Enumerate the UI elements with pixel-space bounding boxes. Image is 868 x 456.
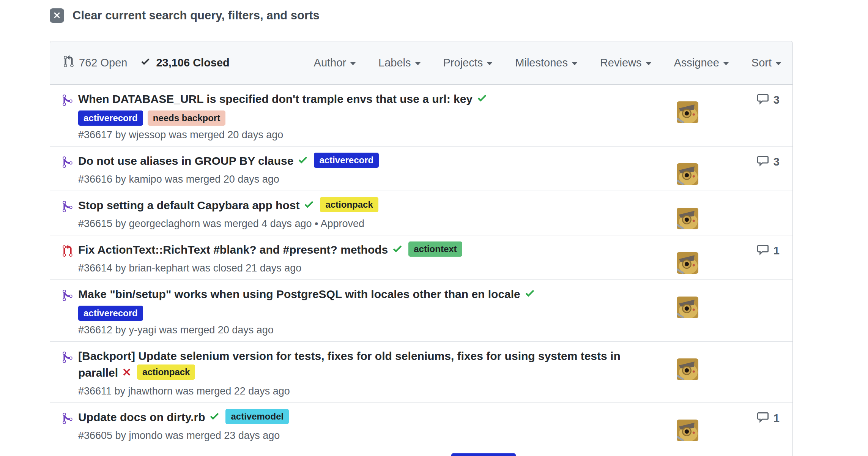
- pull-request-row: Make "bin/setup" works when using Postgr…: [50, 280, 792, 342]
- git-merge-icon: [63, 94, 72, 108]
- filter-author[interactable]: Author: [314, 57, 356, 69]
- closed-count-label: 23,106 Closed: [156, 57, 229, 69]
- check-status-icon: [392, 242, 403, 259]
- assignee-avatar[interactable]: [677, 297, 698, 318]
- inline-labels: actionpack: [132, 366, 195, 379]
- assignee-avatar[interactable]: [677, 101, 698, 123]
- pull-request-list: 762 Open 23,106 Closed AuthorLabelsProje…: [50, 41, 793, 456]
- git-merge-icon: [63, 351, 72, 365]
- label-badge[interactable]: actionpack: [320, 197, 378, 212]
- check-status-icon: [303, 198, 315, 215]
- pr-title-link[interactable]: Make "bin/setup" works when using Postgr…: [78, 288, 520, 300]
- chevron-down-icon: [723, 62, 729, 65]
- filter-label: Author: [314, 57, 346, 69]
- clear-search-label[interactable]: Clear current search query, filters, and…: [72, 9, 320, 22]
- comments-button[interactable]: 3: [757, 93, 780, 107]
- comment-icon: [757, 244, 769, 257]
- pr-title-link[interactable]: Do not use aliases in GROUP BY clause: [78, 155, 293, 167]
- assignee-avatar[interactable]: [677, 358, 698, 380]
- pr-title-link[interactable]: When DATABASE_URL is specified don't tra…: [78, 93, 473, 105]
- label-badge[interactable]: activerecord: [314, 153, 379, 168]
- pr-meta-text: #36615 by georgeclaghorn was merged 4 da…: [78, 218, 648, 230]
- filter-label: Reviews: [600, 57, 642, 69]
- check-status-icon: [476, 92, 488, 108]
- chevron-down-icon: [572, 62, 577, 65]
- pr-title-link[interactable]: Fix ActionText::RichText #blank? and #pr…: [78, 243, 388, 256]
- pull-request-row: [Backport] Update selenium version for t…: [50, 342, 792, 403]
- filter-assignee[interactable]: Assignee: [674, 57, 729, 69]
- chevron-down-icon: [350, 62, 356, 65]
- check-status-icon: [297, 153, 309, 170]
- git-merge-icon: [63, 200, 72, 215]
- inline-labels: activerecord: [309, 155, 379, 167]
- comment-count: 1: [773, 412, 780, 424]
- inline-labels: actiontext: [403, 243, 462, 256]
- labels-line: activerecord: [78, 306, 648, 321]
- labels-line: activerecordneeds backport: [78, 110, 648, 126]
- close-icon: [53, 11, 61, 21]
- check-status-icon: [209, 410, 220, 426]
- label-badge[interactable]: needs backport: [148, 110, 225, 126]
- pull-request-row: MySQL: Fix schema dumping `enum` and `se…: [50, 447, 792, 456]
- comment-count: 3: [773, 94, 780, 106]
- filter-labels[interactable]: Labels: [378, 57, 420, 69]
- filter-sort[interactable]: Sort: [751, 57, 781, 69]
- label-badge[interactable]: actiontext: [408, 241, 462, 257]
- label-badge[interactable]: activerecord: [78, 110, 143, 126]
- pull-request-row: Fix ActionText::RichText #blank? and #pr…: [50, 235, 792, 280]
- check-icon: [140, 56, 151, 69]
- label-badge[interactable]: activemodel: [225, 409, 289, 424]
- check-status-icon: [524, 287, 536, 303]
- pr-meta-text: #36614 by brian-kephart was closed 21 da…: [78, 262, 648, 274]
- pr-meta-text: #36611 by jhawthorn was merged 22 days a…: [78, 385, 648, 397]
- git-merge-icon: [63, 156, 72, 170]
- git-pull-request-icon: [64, 55, 74, 71]
- pull-request-row: When DATABASE_URL is specified don't tra…: [50, 85, 792, 147]
- assignee-avatar[interactable]: [677, 163, 698, 185]
- inline-labels: activemodel: [220, 411, 289, 423]
- filter-label: Assignee: [674, 57, 719, 69]
- filter-label: Projects: [443, 57, 483, 69]
- clear-search-button[interactable]: [50, 8, 64, 23]
- comments-button[interactable]: 1: [757, 244, 780, 257]
- filter-milestones[interactable]: Milestones: [515, 57, 577, 69]
- chevron-down-icon: [487, 62, 492, 65]
- git-merge-icon: [63, 289, 72, 303]
- comment-count: 1: [773, 245, 780, 257]
- pr-title-link[interactable]: Stop setting a default Capybara app host: [78, 199, 299, 211]
- pr-title-link[interactable]: Update docs on dirty.rb: [78, 411, 205, 423]
- assignee-avatar[interactable]: [677, 208, 698, 229]
- pr-meta-text: #36616 by kamipo was merged 20 days ago: [78, 173, 648, 185]
- chevron-down-icon: [646, 62, 651, 65]
- open-count-link[interactable]: 762 Open: [64, 55, 127, 71]
- comments-button[interactable]: 3: [757, 155, 780, 169]
- chevron-down-icon: [415, 62, 421, 65]
- assignee-avatar[interactable]: [677, 252, 698, 274]
- comment-icon: [757, 155, 769, 169]
- cross-status-icon: [122, 365, 132, 382]
- filter-list: AuthorLabelsProjectsMilestonesReviewsAss…: [314, 57, 781, 69]
- closed-count-link[interactable]: 23,106 Closed: [140, 56, 229, 69]
- clear-search-bar[interactable]: Clear current search query, filters, and…: [50, 8, 320, 23]
- list-header: 762 Open 23,106 Closed AuthorLabelsProje…: [50, 41, 792, 85]
- comment-icon: [757, 411, 769, 425]
- row-container: When DATABASE_URL is specified don't tra…: [50, 85, 792, 456]
- filter-projects[interactable]: Projects: [443, 57, 493, 69]
- chevron-down-icon: [776, 62, 781, 65]
- filter-reviews[interactable]: Reviews: [600, 57, 651, 69]
- filter-label: Labels: [378, 57, 411, 69]
- comments-button[interactable]: 1: [757, 411, 780, 425]
- label-badge[interactable]: activerecord: [451, 453, 516, 456]
- label-badge[interactable]: activerecord: [78, 306, 143, 321]
- assignee-avatar[interactable]: [677, 420, 698, 441]
- open-count-label: 762 Open: [79, 57, 127, 69]
- label-badge[interactable]: actionpack: [137, 364, 195, 380]
- filter-label: Milestones: [515, 57, 568, 69]
- inline-labels: actionpack: [315, 199, 378, 211]
- git-merge-icon: [63, 412, 72, 426]
- pull-request-row: Stop setting a default Capybara app host…: [50, 191, 792, 235]
- comment-icon: [757, 93, 769, 107]
- pr-meta-text: #36612 by y-yagi was merged 20 days ago: [78, 324, 648, 336]
- pr-meta-text: #36617 by wjessop was merged 20 days ago: [78, 129, 648, 141]
- check-status-icon: [435, 454, 446, 456]
